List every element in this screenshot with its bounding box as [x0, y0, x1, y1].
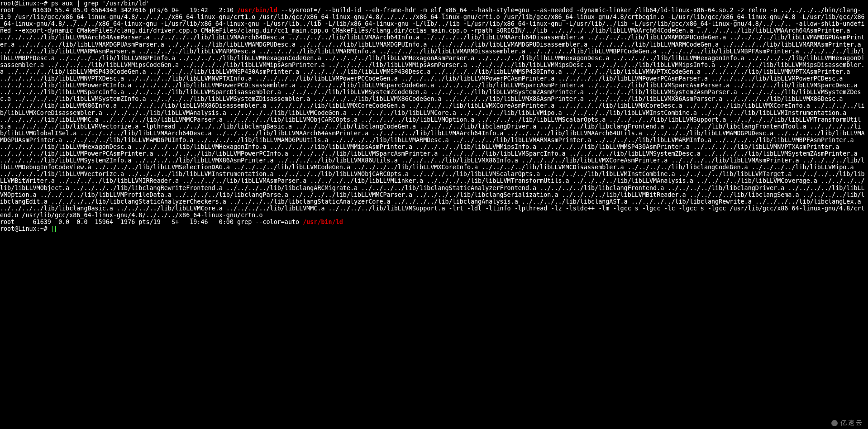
grep-match-1: /usr/bin/ld	[237, 7, 277, 14]
ps-row-2-fields: root 61639 0.0 0.0 15964 1976 pts/19 S+ …	[0, 219, 303, 225]
watermark: 亿速云	[831, 419, 863, 426]
user-command: ps aux | grep '/usr/bin/ld'	[51, 0, 150, 7]
ps-row-1-fields: root 61630 55.4 85.0 6564348 3427616 pts…	[0, 7, 237, 14]
shell-prompt-2: root@Linux:~#	[0, 225, 51, 232]
ps-row-1-cmdline: --sysroot=/ --build-id --eh-frame-hdr -m…	[0, 7, 865, 219]
cursor-icon[interactable]	[52, 226, 56, 232]
terminal-window[interactable]: root@Linux:~# ps aux | grep '/usr/bin/ld…	[0, 0, 868, 429]
shell-prompt-1: root@Linux:~#	[0, 0, 51, 7]
grep-match-2: /usr/bin/ld	[303, 219, 343, 225]
watermark-text: 亿速云	[840, 419, 863, 426]
watermark-logo-icon	[831, 420, 838, 426]
